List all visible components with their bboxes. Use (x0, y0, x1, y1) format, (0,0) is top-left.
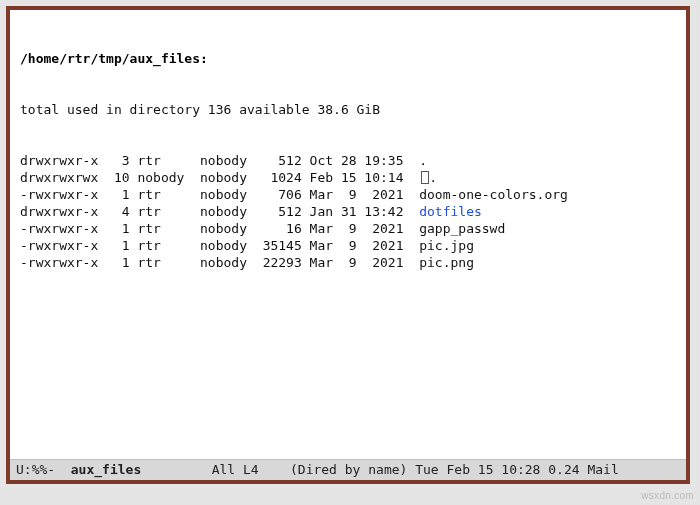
emacs-frame: /home/rtr/tmp/aux_files: total used in d… (6, 6, 690, 484)
dired-entry-name: doom-one-colors.org (419, 187, 568, 202)
dired-entry-name: dotfiles (419, 204, 482, 219)
dired-entry-meta: -rwxrwxr-x 1 rtr nobody 35145 Mar 9 2021 (20, 238, 419, 253)
dired-entry-meta: drwxrwxrwx 10 nobody nobody 1024 Feb 15 … (20, 170, 419, 185)
dired-entry[interactable]: -rwxrwxr-x 1 rtr nobody 22293 Mar 9 2021… (20, 254, 676, 271)
dired-entry-name: . (419, 153, 427, 168)
dired-entry-meta: -rwxrwxr-x 1 rtr nobody 16 Mar 9 2021 (20, 221, 419, 236)
modeline-buffer-name: aux_files (71, 462, 141, 477)
dired-entry[interactable]: -rwxrwxr-x 1 rtr nobody 35145 Mar 9 2021… (20, 237, 676, 254)
dired-entry[interactable]: -rwxrwxr-x 1 rtr nobody 16 Mar 9 2021 ga… (20, 220, 676, 237)
modeline-position: All L4 (212, 462, 259, 477)
dired-entry[interactable]: -rwxrwxr-x 1 rtr nobody 706 Mar 9 2021 d… (20, 186, 676, 203)
dired-path: /home/rtr/tmp/aux_files: (20, 50, 676, 67)
dired-entry-name: pic.jpg (419, 238, 474, 253)
modeline-time: Tue Feb 15 10:28 (415, 462, 540, 477)
dired-entry-meta: -rwxrwxr-x 1 rtr nobody 22293 Mar 9 2021 (20, 255, 419, 270)
watermark: wsxdn.com (641, 490, 694, 501)
dired-entry-name: gapp_passwd (419, 221, 505, 236)
modeline-mail: Mail (587, 462, 618, 477)
modeline-flags: U:%%- (16, 462, 55, 477)
dired-entry[interactable]: drwxrwxr-x 3 rtr nobody 512 Oct 28 19:35… (20, 152, 676, 169)
dired-entry-meta: drwxrwxr-x 3 rtr nobody 512 Oct 28 19:35 (20, 153, 419, 168)
dired-entry-meta: drwxrwxr-x 4 rtr nobody 512 Jan 31 13:42 (20, 204, 419, 219)
modeline-mode: (Dired by name) (290, 462, 407, 477)
dired-entry-name: . (429, 170, 437, 185)
dired-buffer[interactable]: /home/rtr/tmp/aux_files: total used in d… (10, 10, 686, 459)
dired-entry[interactable]: drwxrwxr-x 4 rtr nobody 512 Jan 31 13:42… (20, 203, 676, 220)
dired-entry-meta: -rwxrwxr-x 1 rtr nobody 706 Mar 9 2021 (20, 187, 419, 202)
modeline-load: 0.24 (548, 462, 579, 477)
dired-entry-name: pic.png (419, 255, 474, 270)
dired-totals: total used in directory 136 available 38… (20, 101, 676, 118)
mode-line: U:%%- aux_files All L4 (Dired by name) T… (10, 459, 686, 480)
dired-entry[interactable]: drwxrwxrwx 10 nobody nobody 1024 Feb 15 … (20, 169, 676, 186)
point-cursor (421, 171, 429, 184)
